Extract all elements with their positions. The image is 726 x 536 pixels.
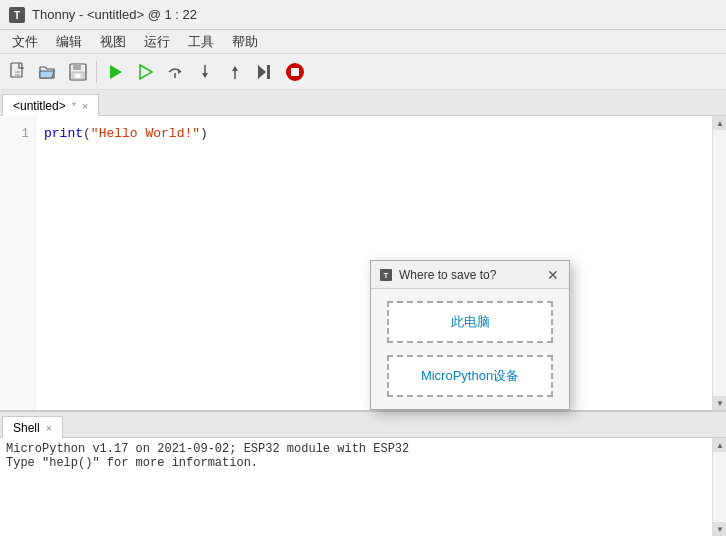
dialog-title-label: Where to save to? xyxy=(399,268,496,282)
save-dialog: T Where to save to? ✕ 此电脑 MicroPython设备 xyxy=(370,260,570,410)
svg-text:T: T xyxy=(384,271,389,280)
modal-overlay: T Where to save to? ✕ 此电脑 MicroPython设备 xyxy=(0,0,726,536)
dialog-title-bar: T Where to save to? ✕ xyxy=(371,261,569,289)
save-to-computer-button[interactable]: 此电脑 xyxy=(387,301,553,343)
dialog-close-button[interactable]: ✕ xyxy=(545,267,561,283)
save-to-micropython-button[interactable]: MicroPython设备 xyxy=(387,355,553,397)
main-container: T Thonny - <untitled> @ 1 : 22 文件 编辑 视图 … xyxy=(0,0,726,536)
dialog-title-content: T Where to save to? xyxy=(379,268,496,282)
dialog-body: 此电脑 MicroPython设备 xyxy=(371,289,569,409)
dialog-icon: T xyxy=(379,268,393,282)
